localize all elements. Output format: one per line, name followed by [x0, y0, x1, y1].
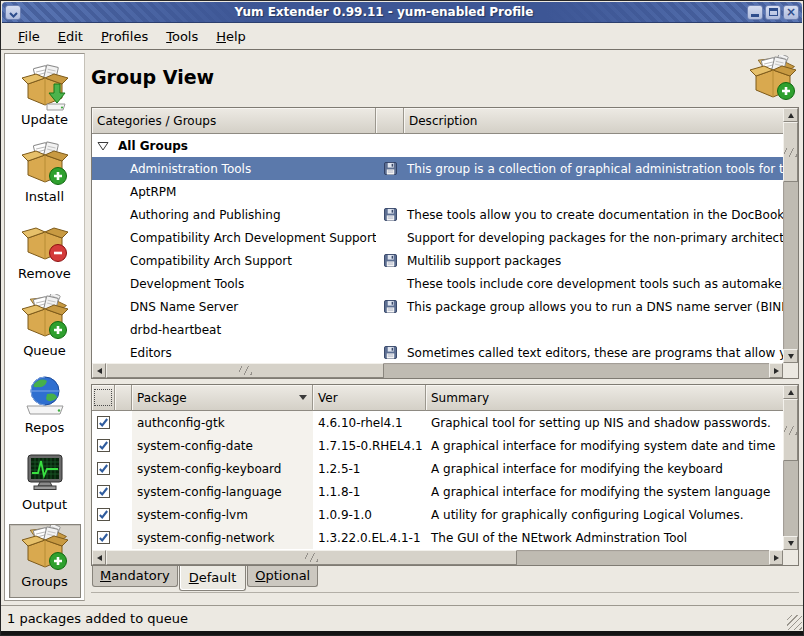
scrollbar-thumb[interactable] — [783, 122, 798, 182]
package-checkbox[interactable] — [97, 508, 110, 521]
scrollbar-thumb[interactable] — [106, 550, 517, 565]
titlebar[interactable]: Yum Extender 0.99.11 - yum-enabled Profi… — [2, 2, 802, 23]
package-version: 1.1.8-1 — [313, 485, 426, 499]
maximize-button[interactable] — [765, 5, 781, 20]
groups-vertical-scrollbar[interactable] — [783, 108, 798, 363]
tree-row-administration-tools[interactable]: Administration Tools This group is a col… — [92, 157, 783, 180]
package-row-system-config-network[interactable]: system-config-network 1.3.22.0.EL.4.1-1 … — [92, 526, 783, 549]
package-checkbox[interactable] — [97, 531, 110, 544]
expander-open-icon[interactable] — [97, 141, 111, 151]
groups-horizontal-scrollbar[interactable] — [92, 363, 783, 378]
scroll-down-button[interactable] — [783, 349, 798, 363]
sidebar-item-install[interactable]: Install — [9, 139, 81, 213]
sort-descending-icon — [299, 395, 307, 404]
window-menu-button[interactable] — [5, 5, 21, 20]
package-row-system-config-keyboard[interactable]: system-config-keyboard 1.2.5-1 A graphic… — [92, 457, 783, 480]
group-description: This group is a collection of graphical … — [404, 162, 783, 176]
scroll-left-button[interactable] — [92, 363, 106, 378]
tab-optional[interactable]: Optional — [247, 566, 318, 587]
package-row-authconfig-gtk[interactable]: authconfig-gtk 4.6.10-rhel4.1 Graphical … — [92, 411, 783, 434]
maximize-icon — [769, 8, 778, 16]
sidebar-item-groups[interactable]: Groups — [9, 524, 81, 598]
window-controls: × — [747, 5, 799, 20]
column-header-categories-groups[interactable]: Categories / Groups — [92, 108, 376, 134]
package-row-system-config-date[interactable]: system-config-date 1.7.15-0.RHEL4.1 A gr… — [92, 434, 783, 457]
package-summary: A graphical interface for modifying the … — [426, 462, 783, 476]
package-summary: A graphical interface for modifying syst… — [426, 439, 783, 453]
menu-tools[interactable]: Tools — [157, 25, 207, 48]
sidebar-item-remove[interactable]: Remove — [9, 216, 81, 290]
sidebar-item-output[interactable]: Output — [9, 447, 81, 521]
scroll-up-button[interactable] — [783, 108, 798, 122]
groups-tree: All Groups Administration Tools This gro… — [92, 134, 783, 363]
scroll-up-button[interactable] — [783, 385, 798, 399]
package-checkbox[interactable] — [97, 485, 110, 498]
group-install-state-icon — [376, 300, 404, 313]
minimize-button[interactable] — [747, 5, 763, 20]
close-button[interactable]: × — [783, 5, 799, 20]
group-description: These tools allow you to create document… — [404, 208, 783, 222]
menu-edit[interactable]: Edit — [49, 25, 92, 48]
column-header-description[interactable]: Description — [404, 108, 783, 134]
tree-row-development-tools[interactable]: Development Tools These tools include co… — [92, 272, 783, 295]
scroll-right-button[interactable] — [769, 550, 783, 565]
group-install-state-icon — [376, 346, 404, 359]
tree-row-all-groups[interactable]: All Groups — [92, 134, 783, 157]
groups-table: Categories / Groups Description All Grou… — [91, 107, 799, 379]
scroll-left-button[interactable] — [92, 550, 106, 565]
menu-help[interactable]: Help — [207, 25, 255, 48]
menu-file[interactable]: File — [9, 25, 49, 48]
column-header-package[interactable]: Package — [132, 385, 313, 411]
tab-default[interactable]: Default — [179, 566, 247, 591]
scrollbar-thumb[interactable] — [783, 399, 798, 461]
packages-list: authconfig-gtk 4.6.10-rhel4.1 Graphical … — [92, 411, 783, 550]
scrollbar-thumb[interactable] — [106, 363, 384, 378]
column-header-ver[interactable]: Ver — [313, 385, 426, 411]
arrow-left-icon — [97, 555, 102, 561]
package-name: system-config-language — [132, 480, 313, 503]
tree-row-editors[interactable]: Editors Sometimes called text editors, t… — [92, 341, 783, 363]
tree-row-authoring-and-publishing[interactable]: Authoring and Publishing These tools all… — [92, 203, 783, 226]
scroll-down-button[interactable] — [783, 536, 798, 550]
group-name: Editors — [92, 346, 376, 360]
sidebar-item-queue[interactable]: Queue — [9, 293, 81, 367]
sidebar-item-repos[interactable]: Repos — [9, 370, 81, 444]
close-icon: × — [786, 6, 796, 18]
packages-horizontal-scrollbar[interactable] — [92, 550, 783, 565]
package-checkbox[interactable] — [97, 462, 110, 475]
package-row-system-config-language[interactable]: system-config-language 1.1.8-1 A graphic… — [92, 480, 783, 503]
group-description: Support for developing packages for the … — [404, 231, 783, 245]
scroll-right-button[interactable] — [769, 363, 783, 378]
tree-row-compatibility-arch-development-support[interactable]: Compatibility Arch Development Support S… — [92, 226, 783, 249]
package-row-system-config-lvm[interactable]: system-config-lvm 1.0.9-1.0 A utility fo… — [92, 503, 783, 526]
package-version: 1.7.15-0.RHEL4.1 — [313, 439, 426, 453]
tree-row-aptrpm[interactable]: AptRPM — [92, 180, 783, 203]
column-header-checkbox[interactable] — [92, 385, 115, 411]
resize-grip[interactable] — [787, 615, 802, 630]
package-summary: Graphical tool for setting up NIS and sh… — [426, 416, 783, 430]
boxes-queue-icon — [21, 294, 69, 342]
column-header-group-icon[interactable] — [376, 108, 404, 134]
minimize-icon — [751, 14, 759, 17]
main-header: Group View — [91, 53, 799, 107]
group-install-state-icon — [376, 162, 404, 175]
sidebar-item-update[interactable]: Update — [9, 62, 81, 136]
tree-row-dns-name-server[interactable]: DNS Name Server This package group allow… — [92, 295, 783, 318]
tab-mandatory[interactable]: Mandatory — [92, 566, 178, 587]
column-header-spacer[interactable] — [115, 385, 132, 411]
menu-profiles[interactable]: Profiles — [92, 25, 157, 48]
package-checkbox[interactable] — [97, 439, 110, 452]
packages-vertical-scrollbar[interactable] — [783, 385, 798, 550]
package-checkbox[interactable] — [97, 416, 110, 429]
group-name: Compatibility Arch Development Support — [92, 231, 376, 245]
sidebar: Update Install Remove Queue Repos Output — [4, 53, 85, 601]
arrow-left-icon — [97, 368, 102, 374]
tree-row-compatibility-arch-support[interactable]: Compatibility Arch Support Multilib supp… — [92, 249, 783, 272]
packages-table-header: Package Ver Summary — [92, 385, 783, 411]
box-update-icon — [21, 63, 69, 111]
package-name: system-config-lvm — [132, 503, 313, 526]
sidebar-item-label: Install — [25, 189, 64, 204]
window-bottom-edge — [1, 631, 803, 635]
column-header-summary[interactable]: Summary — [426, 385, 783, 411]
tree-row-drbd-heartbeat[interactable]: drbd-heartbeat — [92, 318, 783, 341]
